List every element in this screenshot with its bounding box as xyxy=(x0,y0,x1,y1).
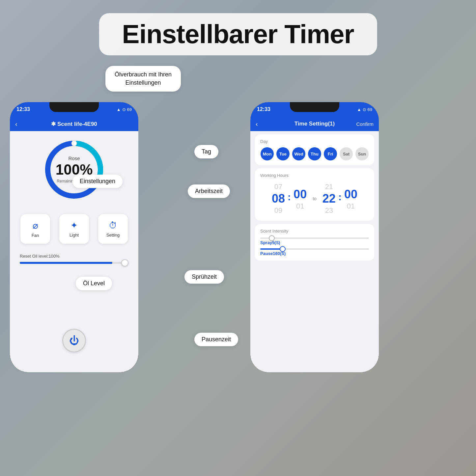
start-hour-above: 07 xyxy=(274,182,282,191)
end-hour-below: 23 xyxy=(325,206,333,215)
notch-left xyxy=(49,102,99,112)
start-hour-col: 07 08 09 xyxy=(272,182,285,215)
pause-thumb[interactable] xyxy=(280,246,286,252)
day-wed[interactable]: Wed xyxy=(292,147,305,160)
working-hours-section: Working Hours 07 08 09 : 00 01 to xyxy=(255,168,374,221)
oil-section: Reset Oil level:100% xyxy=(20,254,128,264)
day-sun[interactable]: Sun xyxy=(355,147,369,160)
gauge-container: Rose 100% Remaining 198 Day xyxy=(41,137,107,203)
nav-back-left[interactable]: ‹ xyxy=(15,120,17,128)
time-right: 12:33 xyxy=(257,106,270,112)
callout-oel-level-text: Öl Level xyxy=(83,280,105,287)
phone-right: 12:33 ▲ ⊙ 69 ‹ Time Setting(1) Confirm D… xyxy=(250,102,379,372)
hours-display: 07 08 09 : 00 01 to 21 22 23 xyxy=(260,181,369,216)
nav-back-right[interactable]: ‹ xyxy=(256,120,258,128)
nav-title-left: ✱ Scent life-4E90 xyxy=(51,121,97,127)
status-icons-left: ▲ ⊙ 69 xyxy=(117,107,132,112)
setting-label: Setting xyxy=(106,233,120,238)
end-min-below: 01 xyxy=(347,202,355,210)
light-button[interactable]: ✦ Light xyxy=(59,214,89,244)
start-min-below: 01 xyxy=(296,202,304,210)
end-hour-above: 21 xyxy=(325,182,333,191)
phone-right-inner: 12:33 ▲ ⊙ 69 ‹ Time Setting(1) Confirm D… xyxy=(250,102,379,372)
spray-track xyxy=(260,238,369,239)
gauge-name: Rose xyxy=(68,155,80,161)
pause-slider[interactable] xyxy=(260,248,369,250)
phone-left: 12:33 ▲ ⊙ 69 ‹ ✱ Scent life-4E90 xyxy=(10,102,138,372)
day-tue[interactable]: Tue xyxy=(276,147,290,160)
scent-intensity-section: Scent Intensity Spray5(S) Pause160(S) xyxy=(255,224,374,261)
day-label: Day xyxy=(260,139,369,144)
spray-thumb[interactable] xyxy=(269,235,275,241)
days-row: Mon Tue Wed Thu Fri Sat Sun xyxy=(260,147,369,160)
page-title: Einstellbarer Timer xyxy=(122,19,354,49)
callout-oil-verbrauch: Ölverbrauch mit IhrenEinstellungen xyxy=(105,66,181,92)
day-fri[interactable]: Fri xyxy=(324,147,337,160)
fan-label: Fan xyxy=(32,233,39,238)
fan-icon: ⌀ xyxy=(33,220,38,231)
svg-point-3 xyxy=(71,141,77,146)
callout-tag-text: Tag xyxy=(202,148,211,155)
callout-einstellungen: Einstellungen xyxy=(72,175,123,188)
setting-icon: ⏱ xyxy=(109,220,117,231)
right-content: Day Mon Tue Wed Thu Fri Sat Sun Working … xyxy=(250,131,379,372)
scent-intensity-label: Scent Intensity xyxy=(260,229,369,234)
end-hour-col: 21 22 23 xyxy=(322,182,336,215)
oil-slider-thumb[interactable] xyxy=(121,259,128,266)
start-min-main[interactable]: 00 xyxy=(294,187,307,201)
callout-arbeitszeit: Arbeitszeit xyxy=(188,184,230,198)
nav-confirm-right[interactable]: Confirm xyxy=(356,121,374,127)
day-thu[interactable]: Thu xyxy=(308,147,321,160)
title-card: Einstellbarer Timer xyxy=(99,13,377,55)
callout-spruhzeit-text: Sprühzeit xyxy=(192,273,217,280)
time-left: 12:33 xyxy=(16,106,30,112)
working-hours-label: Working Hours xyxy=(260,173,369,178)
nav-bar-right: ‹ Time Setting(1) Confirm xyxy=(250,117,379,131)
status-icons-right: ▲ ⊙ 69 xyxy=(357,107,372,112)
setting-button[interactable]: ⏱ Setting xyxy=(98,214,128,244)
end-min-col: 00 01 xyxy=(344,187,357,210)
day-mon[interactable]: Mon xyxy=(261,147,274,160)
light-icon: ✦ xyxy=(70,220,78,231)
start-hour-main[interactable]: 08 xyxy=(272,192,285,206)
callout-tag: Tag xyxy=(194,145,218,158)
callout-pausenzeit-text: Pausenzeit xyxy=(202,336,231,343)
nav-title-right: Time Setting(1) xyxy=(294,121,335,127)
callout-oel-level: Öl Level xyxy=(76,277,112,290)
pause-label: Pause160(S) xyxy=(260,251,369,256)
callout-arbeitszeit-text: Arbeitszeit xyxy=(195,188,223,194)
start-min-col: 00 01 xyxy=(294,187,307,210)
start-hour-below: 09 xyxy=(274,206,282,215)
day-sat[interactable]: Sat xyxy=(340,147,353,160)
to-label: to xyxy=(313,196,317,201)
controls-row: ⌀ Fan ✦ Light ⏱ Setting xyxy=(10,214,138,244)
end-min-main[interactable]: 00 xyxy=(344,187,357,201)
callout-oil-verbrauch-text: Ölverbrauch mit IhrenEinstellungen xyxy=(115,71,172,86)
spray-slider[interactable] xyxy=(260,238,369,239)
callout-spruhzeit: Sprühzeit xyxy=(184,270,224,284)
light-label: Light xyxy=(70,233,79,238)
pause-track xyxy=(260,248,369,250)
power-icon: ⏻ xyxy=(69,335,79,346)
oil-label: Reset Oil level:100% xyxy=(20,254,128,259)
end-sep: : xyxy=(338,191,342,203)
notch-right xyxy=(290,102,339,112)
start-sep: : xyxy=(288,191,291,203)
day-section: Day Mon Tue Wed Thu Fri Sat Sun xyxy=(255,134,374,165)
phone-left-inner: 12:33 ▲ ⊙ 69 ‹ ✱ Scent life-4E90 xyxy=(10,102,138,372)
fan-button[interactable]: ⌀ Fan xyxy=(20,214,50,244)
power-button[interactable]: ⏻ xyxy=(62,329,86,352)
end-hour-main[interactable]: 22 xyxy=(322,192,336,206)
callout-pausenzeit: Pausenzeit xyxy=(194,333,238,346)
spray-label: Spray5(S) xyxy=(260,240,369,245)
nav-bar-left: ‹ ✱ Scent life-4E90 xyxy=(10,117,138,131)
oil-slider-track[interactable] xyxy=(20,262,128,264)
oil-slider-fill xyxy=(20,262,112,264)
callout-einstellungen-text: Einstellungen xyxy=(80,178,115,184)
